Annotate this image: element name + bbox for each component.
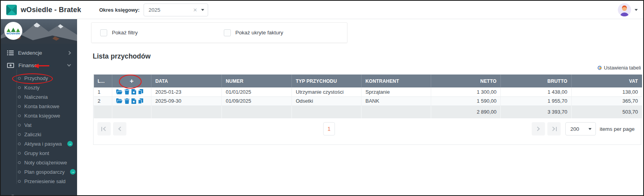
sidebar-item-aktywa-i-pasywa[interactable]: Aktywa i pasywa→	[1, 139, 77, 148]
page-size-select[interactable]: 200	[565, 122, 596, 135]
finance-submenu: Przychody Koszty Naliczenia Konta bankow…	[1, 71, 77, 186]
column-header-lp[interactable]: L...	[94, 75, 112, 87]
column-header-data[interactable]: DATA	[151, 75, 222, 87]
summary-row: 2 890,00 3 393,70 503,70	[94, 105, 642, 118]
pdf-file-icon[interactable]	[131, 89, 136, 94]
cell-kontrahent: BANK	[362, 96, 431, 105]
sidebar-item-noty-obciazeniowe[interactable]: Noty obciążeniowe	[1, 158, 77, 167]
sidebar-item-plan-gospodarczy[interactable]: Plan gospodarczy→	[1, 167, 77, 176]
table-settings-link[interactable]: ⚙ Ustawienia tabeli	[91, 65, 641, 71]
cell-vat: 138,00	[572, 87, 642, 96]
sidebar-item-ewidencje[interactable]: Ewidencje	[1, 46, 77, 59]
cell-typ: Odsetki	[292, 96, 362, 105]
filter-card: Pokaż filtry Pokaż ukryte faktury	[91, 22, 347, 43]
period-value: 2025	[149, 7, 193, 13]
list-icon	[7, 50, 14, 55]
sidebar-item-label: Przeniesienie sald	[24, 178, 66, 184]
cell-data: 2025-09-30	[151, 96, 222, 105]
sidebar-item-label: Vat	[24, 122, 32, 128]
add-income-button[interactable]: +	[130, 78, 134, 84]
bullet-icon	[18, 180, 21, 183]
column-header-netto[interactable]: NETTO	[431, 75, 501, 87]
summary-netto: 2 890,00	[431, 105, 501, 118]
user-menu-caret-icon[interactable]	[635, 9, 638, 11]
avatar-illustration	[618, 3, 631, 16]
app-title: wOsiedle - Bratek	[21, 6, 81, 14]
page-number-button[interactable]: 1	[323, 122, 335, 135]
table-settings-label: Ustawienia tabeli	[604, 65, 641, 71]
sidebar-item-label: Plan gospodarczy	[24, 169, 65, 175]
cell-numer: 01/01/2025	[222, 87, 292, 96]
sidebar-item-koszty[interactable]: Koszty	[1, 83, 77, 92]
bullet-icon	[18, 124, 21, 127]
sidebar-item-przychody[interactable]: Przychody	[1, 73, 77, 83]
sidebar-item-label: Zaliczki	[24, 132, 41, 137]
column-header-vat[interactable]: VAT	[572, 75, 642, 87]
show-hidden-invoices-checkbox[interactable]	[224, 29, 231, 36]
sidebar-item-label: Konta księgowe	[24, 113, 60, 119]
clear-icon[interactable]: ×	[193, 7, 197, 13]
next-page-button[interactable]	[532, 122, 545, 135]
column-header-kontrahent[interactable]: KONTRAHENT	[362, 75, 431, 87]
cell-brutto: 1 955,70	[501, 96, 572, 105]
cell-data: 2025-01-23	[151, 87, 222, 96]
column-header-brutto[interactable]: BRUTTO	[501, 75, 572, 87]
chevron-down-icon	[67, 63, 71, 67]
sidebar-item-label: Koszty	[24, 85, 40, 91]
chevron-right-icon	[67, 51, 71, 55]
sidebar-item-naliczenia[interactable]: Naliczenia	[1, 92, 77, 102]
items-per-page-label: items per page	[600, 126, 635, 132]
open-folder-icon[interactable]	[116, 98, 122, 103]
bullet-icon	[18, 152, 21, 155]
bullet-icon	[18, 161, 21, 164]
period-select[interactable]: 2025 ×	[144, 4, 208, 16]
table-row: 1 2025-01-23 01/01/2025 Utrzymanie czyst	[94, 87, 642, 96]
trash-icon[interactable]	[124, 89, 130, 94]
first-page-button[interactable]	[97, 122, 111, 135]
sidebar-item-przeniesienie-sald[interactable]: Przeniesienie sald	[1, 176, 77, 186]
arrow-badge-icon: →	[67, 141, 73, 146]
show-filters-checkbox[interactable]	[100, 29, 107, 36]
last-page-button[interactable]	[547, 122, 561, 135]
cell-typ: Utrzymanie czystości	[292, 87, 362, 96]
gear-icon: ⚙	[597, 65, 602, 71]
avatar[interactable]	[618, 3, 631, 16]
page-title: Lista przychodów	[93, 52, 641, 61]
page-size-value: 200	[570, 126, 588, 132]
show-filters-label: Pokaż filtry	[112, 30, 138, 36]
circle-icon	[9, 195, 16, 196]
sidebar-item-zaliczki[interactable]: Zaliczki	[1, 130, 77, 139]
previous-page-button[interactable]	[113, 122, 126, 135]
sidebar-item-label: Grupy kont	[24, 150, 49, 156]
sidebar-photo: wOsiedle	[1, 19, 77, 44]
income-table: L... + DATA NUMER TYP PRZYCHODU KONTRAHE…	[94, 75, 642, 118]
open-folder-icon[interactable]	[116, 89, 122, 94]
sidebar-item-konta-bankowe[interactable]: Konta bankowe	[1, 102, 77, 111]
trash-icon[interactable]	[124, 98, 130, 104]
summary-vat: 503,70	[572, 105, 642, 118]
sidebar-item-grupy-kont[interactable]: Grupy kont	[1, 148, 77, 158]
sidebar-item-partial[interactable]	[1, 192, 77, 195]
table-row: 2 2025-09-30 01/09/2025 Odsetki	[94, 96, 642, 105]
copy-icon[interactable]	[138, 89, 143, 94]
bullet-icon	[18, 105, 21, 108]
pager: 1 200 items per page	[94, 118, 641, 144]
sidebar-item-finanse[interactable]: Finanse	[1, 59, 77, 71]
cell-kontrahent: Sprzątanie	[362, 87, 431, 96]
show-filters-group: Pokaż filtry	[100, 29, 224, 36]
pdf-file-icon[interactable]	[131, 98, 136, 104]
column-header-numer[interactable]: NUMER	[222, 75, 292, 87]
copy-icon[interactable]	[138, 98, 143, 104]
cell-numer: 01/09/2025	[222, 96, 292, 105]
app-window: wOsiedle - Bratek Okres księgowy: 2025 ×	[0, 0, 644, 196]
summary-brutto: 3 393,70	[501, 105, 572, 118]
sidebar-item-konta-ksiegowe[interactable]: Konta księgowe	[1, 111, 77, 120]
column-header-typ-przychodu[interactable]: TYP PRZYCHODU	[292, 75, 362, 87]
bullet-icon	[18, 143, 21, 145]
top-header: wOsiedle - Bratek Okres księgowy: 2025 ×	[1, 1, 643, 19]
chevron-down-icon	[588, 128, 592, 130]
show-hidden-invoices-label: Pokaż ukryte faktury	[236, 30, 283, 36]
arrow-badge-icon: →	[70, 169, 76, 175]
sidebar-item-vat[interactable]: Vat	[1, 120, 77, 130]
chevron-down-icon[interactable]	[201, 9, 204, 11]
